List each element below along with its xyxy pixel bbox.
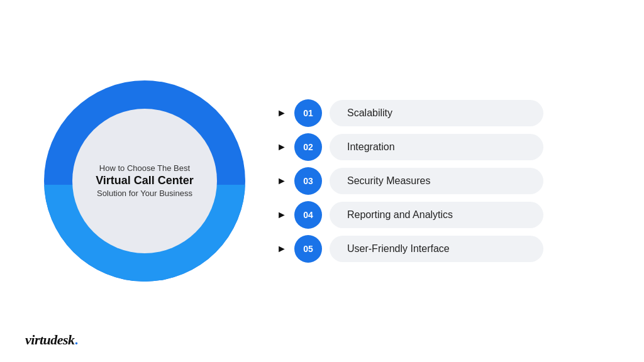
item-label: Integration	[330, 134, 543, 160]
arrow-icon: ►	[277, 175, 287, 187]
inner-circle: How to Choose The Best Virtual Call Cent…	[72, 109, 217, 253]
circle-main-title: Virtual Call Center	[96, 174, 194, 188]
brand-logo: virtudesk.	[25, 332, 78, 348]
logo-dot: .	[75, 332, 78, 348]
circle-subtitle2: Solution for Your Business	[96, 188, 194, 199]
circle-text: How to Choose The Best Virtual Call Cent…	[96, 163, 194, 199]
number-badge: 02	[294, 133, 322, 161]
list-item: ► 01 Scalability	[277, 99, 613, 127]
outer-circle: How to Choose The Best Virtual Call Cent…	[44, 80, 245, 282]
item-label: Scalability	[330, 100, 543, 126]
number-badge: 04	[294, 201, 322, 229]
circle-diagram: How to Choose The Best Virtual Call Cent…	[25, 13, 264, 349]
list-item: ► 05 User-Friendly Interface	[277, 235, 613, 263]
list-item: ► 03 Security Measures	[277, 167, 613, 195]
arrow-icon: ►	[277, 141, 287, 153]
number-badge: 05	[294, 235, 322, 263]
arrow-icon: ►	[277, 107, 287, 119]
list-item: ► 02 Integration	[277, 133, 613, 161]
circle-subtitle: How to Choose The Best	[96, 163, 194, 174]
items-list: ► 01 Scalability ► 02 Integration ► 03 S…	[264, 99, 613, 263]
number-badge: 01	[294, 99, 322, 127]
circle-container: How to Choose The Best Virtual Call Cent…	[44, 80, 245, 282]
item-label: User-Friendly Interface	[330, 236, 543, 262]
item-label: Security Measures	[330, 168, 543, 194]
logo-text: virtudesk	[25, 332, 75, 348]
arrow-icon: ►	[277, 209, 287, 221]
number-badge: 03	[294, 167, 322, 195]
list-item: ► 04 Reporting and Analytics	[277, 201, 613, 229]
item-label: Reporting and Analytics	[330, 202, 543, 228]
arrow-icon: ►	[277, 243, 287, 255]
